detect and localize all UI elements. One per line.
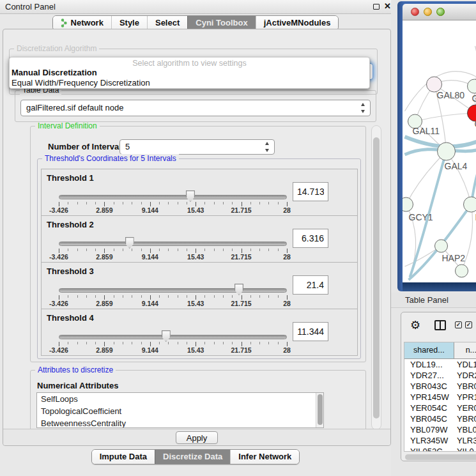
tick-label: 2.859 (96, 346, 112, 354)
tick-label: -3.426 (49, 206, 68, 214)
slider-tick-labels: -3.426 2.859 9.144 15.43 21.715 28 (59, 300, 287, 308)
float-window-icon[interactable] (373, 4, 380, 10)
tick-mark (68, 342, 68, 344)
tick-mark (232, 295, 233, 298)
combo-stepper-icon[interactable] (360, 103, 366, 113)
tick-mark (86, 295, 87, 298)
tab-select[interactable]: Select (147, 16, 187, 30)
tick-mark (104, 342, 105, 346)
network-node-gcy1[interactable] (403, 197, 413, 211)
tick-label: 2.859 (96, 253, 112, 261)
table-row[interactable]: YLR345WYLR3 (404, 435, 476, 446)
tab-impute-data[interactable]: Impute Data (92, 450, 155, 464)
table-row[interactable]: YIL052CYIL0 (404, 446, 476, 452)
threshold-3-slider[interactable]: -3.426 2.859 9.144 15.43 21.715 28 (59, 263, 287, 310)
network-node-h[interactable] (464, 197, 476, 212)
network-node-top-right[interactable] (468, 79, 476, 93)
zoom-traffic-light[interactable] (436, 8, 445, 16)
threshold-1-value-field[interactable] (293, 182, 328, 201)
interval-definition-group: Interval Definition Number of Intervals … (30, 126, 366, 362)
threshold-2-slider[interactable]: -3.426 2.859 9.144 15.43 21.715 28 (59, 216, 287, 263)
tab-infer-network[interactable]: Infer Network (230, 450, 299, 464)
tick-mark (250, 202, 251, 204)
table-panel-window: ⚙ ✓ ✓ shared... n... YDL19...YDL1 YDR27.… (401, 312, 476, 461)
tick-mark (259, 202, 260, 204)
tab-label: Discretize Data (163, 452, 222, 461)
table-row[interactable]: YDL19...YDL1 (404, 359, 476, 370)
slider-track[interactable] (59, 242, 287, 246)
minimize-traffic-light[interactable] (424, 8, 432, 16)
table-row[interactable]: YER054CYER0 (404, 403, 476, 413)
threshold-1-slider[interactable]: -3.426 2.859 9.144 15.43 21.715 28 (59, 169, 287, 217)
slider-tick-labels: -3.426 2.859 9.144 15.43 21.715 28 (59, 346, 287, 355)
group-title: Interval Definition (35, 122, 100, 130)
close-traffic-light[interactable] (411, 8, 419, 16)
threshold-3-value-field[interactable] (293, 275, 328, 295)
slider-thumb[interactable] (234, 284, 243, 295)
number-of-intervals-spinner[interactable]: 5 (119, 139, 275, 155)
thresholds-group: Threshold's Coordinates for 5 Intervals … (37, 158, 361, 359)
slider-thumb[interactable] (162, 330, 171, 342)
tab-label: Style (119, 18, 139, 27)
tick-mark (104, 202, 105, 206)
list-scrollbar[interactable] (316, 393, 323, 427)
threshold-3-panel: Threshold 3 -3.426 2.859 9.144 (41, 262, 358, 309)
column-header-name[interactable]: n... (454, 342, 476, 358)
tick-mark (95, 202, 96, 204)
slider-track[interactable] (59, 195, 287, 199)
table-row[interactable]: YBL079WYBL0 (404, 424, 476, 435)
list-item[interactable]: BetweennessCentrality (37, 417, 323, 428)
checkbox-icon[interactable]: ✓ (455, 321, 462, 328)
tick-label: -3.426 (49, 253, 68, 261)
tab-discretize-data[interactable]: Discretize Data (155, 450, 230, 464)
tab-label: Cyni Toolbox (196, 18, 247, 27)
tick-mark (141, 202, 142, 204)
table-data-value: galFiltered.sif default node (26, 103, 123, 112)
dropdown-option-manual-discretization[interactable]: Manual Discretization (10, 68, 369, 78)
slider-thumb[interactable] (186, 190, 195, 202)
column-header-shared[interactable]: shared... (404, 342, 454, 358)
tick-label: 15.43 (187, 346, 204, 354)
tick-mark (196, 202, 196, 206)
tab-jactivemnodules[interactable]: jActiveMNodules (256, 16, 339, 30)
panel-scrollbar[interactable] (371, 125, 381, 430)
apply-button[interactable]: Apply (176, 431, 218, 444)
split-columns-icon[interactable] (434, 320, 446, 330)
table-row[interactable]: YBR043CYBR0 (404, 381, 476, 392)
table-horizontal-scrollbar[interactable] (405, 454, 476, 460)
gear-icon[interactable]: ⚙ (410, 318, 420, 332)
tick-mark (196, 295, 196, 300)
network-node-label: GAL11 (413, 126, 440, 136)
close-icon[interactable]: ✕ (384, 1, 391, 11)
slider-track[interactable] (59, 288, 287, 293)
network-canvas[interactable]: GAL80 G GAL11 C GAL4 GCY1 H HAP2 (403, 20, 476, 282)
tab-label: Network (71, 18, 104, 27)
slider-thumb[interactable] (125, 237, 134, 249)
tick-label: 15.43 (187, 253, 204, 261)
tab-cyni-toolbox[interactable]: Cyni Toolbox (187, 16, 255, 30)
tick-mark (178, 295, 178, 298)
tab-network[interactable]: Network (53, 16, 111, 30)
table-row[interactable]: YDR27...YDR2 (404, 370, 476, 381)
network-node-gal4[interactable] (438, 142, 456, 160)
slider-track[interactable] (59, 335, 287, 339)
threshold-4-slider[interactable]: -3.426 2.859 9.144 15.43 21.715 28 (59, 309, 287, 357)
checkbox-icon[interactable]: ✓ (465, 321, 472, 328)
table-row[interactable]: YBR045CYBR0 (404, 413, 476, 424)
tick-mark (287, 295, 288, 300)
list-item[interactable]: SelfLoops (37, 393, 323, 405)
tick-mark (59, 202, 59, 206)
table-row[interactable]: YPR145WYPR1 (404, 392, 476, 403)
network-node-hap2[interactable] (435, 240, 448, 252)
dropdown-option-equal-width-frequency[interactable]: Equal Width/Frequency Discretization (10, 78, 369, 88)
tab-style[interactable]: Style (111, 16, 147, 30)
list-item[interactable]: TopologicalCoefficient (37, 405, 323, 417)
network-node-bottom[interactable] (456, 265, 468, 277)
tick-mark (150, 295, 151, 300)
threshold-2-value-field[interactable] (293, 229, 328, 248)
tick-mark (59, 342, 59, 346)
spinner-stepper-icon[interactable] (264, 142, 270, 152)
threshold-4-value-field[interactable] (293, 322, 328, 341)
scrollbar-thumb[interactable] (373, 137, 380, 418)
table-data-combobox[interactable]: galFiltered.sif default node (20, 100, 371, 116)
